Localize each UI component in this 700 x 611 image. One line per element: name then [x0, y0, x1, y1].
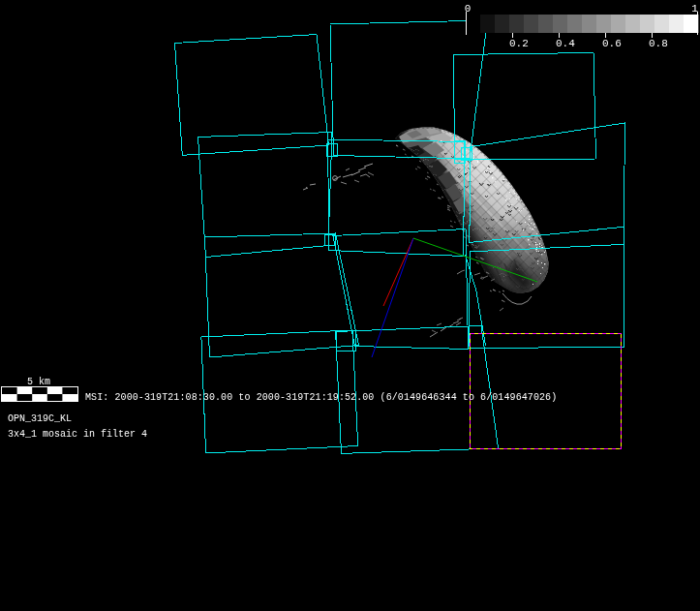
svg-text:MSI: 2000-319T21:08:30.00 to: MSI: 2000-319T21:08:30.00 to 2000-319T21… — [85, 392, 557, 403]
svg-text:0.6: 0.6 — [602, 38, 622, 49]
svg-text:0.8: 0.8 — [649, 38, 668, 49]
svg-text:0: 0 — [465, 3, 472, 15]
svg-text:OPN_319C_KL: OPN_319C_KL — [8, 413, 72, 424]
svg-text:1: 1 — [691, 3, 698, 15]
svg-text:5 km: 5 km — [27, 377, 50, 387]
svg-text:0.2: 0.2 — [509, 38, 529, 49]
svg-text:0.4: 0.4 — [556, 38, 575, 49]
svg-text:3x4_1 mosaic in filter 4: 3x4_1 mosaic in filter 4 — [8, 429, 147, 440]
